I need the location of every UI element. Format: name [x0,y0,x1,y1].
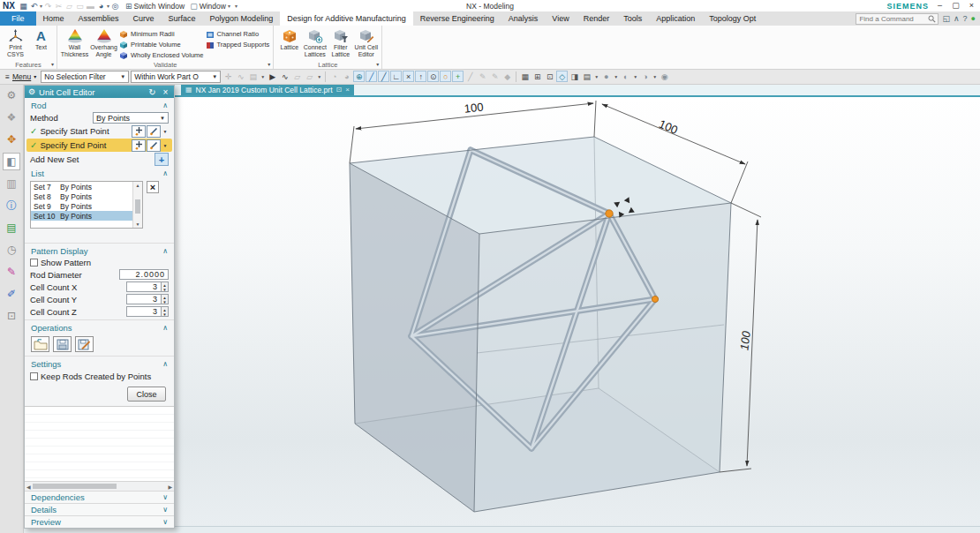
cell-count-z-stepper[interactable]: ▲▼ [162,306,169,317]
repeat-command-icon[interactable]: ◕ [96,2,106,11]
chevron-down-icon[interactable]: ▼ [162,139,169,152]
group-label-features[interactable]: Features▾ [0,60,57,69]
keep-rods-row[interactable]: Keep Rods Created by Points [25,370,174,382]
manage-parts-icon[interactable]: ✐ [3,285,20,303]
window-icon[interactable]: ▦ [519,71,531,82]
cell-count-y-input[interactable]: 3 [126,294,162,304]
orbit-sphere-icon[interactable]: ◔ [328,71,340,82]
tab-application[interactable]: Application [649,11,702,26]
tab-view[interactable]: View [545,11,576,26]
scroll-left-icon[interactable]: ◀ [26,484,31,490]
highlight-ghost-2-icon[interactable]: ▱ [304,71,315,82]
checkbox-icon[interactable] [30,259,38,266]
tab-reverse-engineering[interactable]: Reverse Engineering [413,11,501,26]
cell-count-x-input[interactable]: 3 [126,282,162,292]
preview-bar[interactable]: Preview∨ [25,515,174,528]
web-browser-icon[interactable]: ⓘ [3,197,20,214]
cut-icon[interactable]: ✂ [54,2,64,11]
text-button[interactable]: A Text [29,27,53,51]
view-orient-icon[interactable]: ◐ [620,71,631,82]
history-icon[interactable]: ◷ [3,241,20,259]
wholly-enclosed-volume-button[interactable]: Wholly Enclosed Volume [119,50,204,60]
cell-count-y-stepper[interactable]: ▲▼ [162,294,169,304]
effects-caret-icon[interactable]: ▼ [652,71,658,82]
printable-volume-button[interactable]: Printable Volume [119,40,204,49]
point-dialog-button[interactable] [132,125,146,138]
checkbox-icon[interactable] [30,372,38,380]
find-command-input[interactable] [856,15,928,23]
cell-count-z-input[interactable]: 3 [126,306,162,317]
tab-surface[interactable]: Surface [162,11,203,26]
tab-topology-opt[interactable]: Topology Opt [702,11,763,26]
selection-scope-dropdown[interactable]: Within Work Part O ▼ [131,71,221,83]
group-label-lattice[interactable]: Lattice▾ [274,60,381,69]
section-operations-header[interactable]: Operations∧ [25,322,174,334]
roles-gear-icon[interactable]: ⚙ [3,86,20,104]
reuse-library-icon[interactable]: ▥ [3,175,20,192]
scroll-right-icon[interactable]: ▶ [168,484,172,490]
specify-start-point-row[interactable]: ✓ Specify Start Point ▼ [25,124,174,138]
snap-existing-point-icon[interactable]: ○ [440,71,451,82]
list-item-set7[interactable]: Set 7By Points [31,182,132,191]
minimize-ribbon-icon[interactable]: ∧ [954,14,960,23]
tab-tools[interactable]: Tools [616,11,649,26]
rod-diameter-input[interactable]: 2.0000 [119,269,169,280]
fit-view-icon[interactable]: ◇ [556,71,568,82]
render-caret-icon[interactable]: ▼ [613,71,619,82]
snap-control-point-icon[interactable]: ∟ [390,71,402,82]
snap-point-plus-icon[interactable]: + [452,71,464,82]
method-dropdown[interactable]: By Points▼ [93,112,169,124]
image-capture-icon[interactable]: ⊡ [3,307,20,325]
save-icon[interactable]: ▦ [19,2,28,11]
repeat-command-icon-caret[interactable]: ▾ [107,3,109,9]
filter-lattice-button[interactable]: Filter Lattice [328,27,352,57]
sketch-point-2-icon[interactable]: ✎ [489,71,501,82]
render-style-icon[interactable]: ● [600,71,612,82]
redo-icon[interactable]: ↷ [43,2,53,11]
touch-mode-icon[interactable]: ◎ [110,2,120,11]
list-item-set8[interactable]: Set 8By Points [31,191,132,201]
3d-canvas[interactable]: 100 100 100 [175,97,980,527]
tab-analysis[interactable]: Analysis [501,11,546,26]
connect-lattices-button[interactable]: Connect Lattices [303,27,327,57]
tab-assemblies[interactable]: Assemblies [72,11,126,26]
assembly-navigator-icon[interactable]: ❖ [3,109,20,126]
dialog-reset-icon[interactable]: ↻ [147,87,157,97]
snap-intersection-icon[interactable]: × [403,71,414,82]
import-unit-cell-button[interactable] [31,336,49,352]
point-picker-button[interactable] [147,139,161,152]
rope-select-icon[interactable]: ∿ [279,71,290,82]
layer-settings-icon[interactable]: ▤ [581,71,592,82]
set-list[interactable]: Set 7By Points Set 8By Points Set 9By Po… [30,181,143,229]
tab-home[interactable]: Home [36,11,72,26]
clip-section-icon[interactable]: ◨ [569,71,580,82]
dependencies-bar[interactable]: Dependencies∨ [25,491,174,503]
window-cascade-icon[interactable]: ⊡ [544,71,555,82]
snap-arc-center-icon[interactable]: ↑ [415,71,426,82]
selection-filter-dropdown[interactable]: No Selection Filter ▼ [41,71,129,83]
undo-icon-caret[interactable]: ▾ [40,3,42,9]
dialog-close-icon[interactable]: × [161,87,170,97]
section-list-header[interactable]: List∧ [25,168,174,179]
lattice-endpoint-handle-2[interactable] [652,296,658,302]
specify-end-point-row[interactable]: ✓ Specify End Point ▼ [26,139,172,152]
tab-file[interactable]: File [0,11,36,26]
selection-filter-folder-icon[interactable]: ▤ [247,71,259,82]
tab-curve[interactable]: Curve [126,11,162,26]
list-item-set10-selected[interactable]: Set 10By Points [31,211,132,221]
trapped-supports-button[interactable]: Trapped Supports [206,40,270,49]
group-label-validate[interactable]: Validate▾ [57,60,273,69]
snap-quadrant-icon[interactable]: ⊙ [427,71,439,82]
tab-polygon-modeling[interactable]: Polygon Modeling [203,11,281,26]
copy-icon[interactable]: ▱ [64,2,74,11]
minimum-radii-button[interactable]: Minimum Radii [119,29,204,39]
details-bar[interactable]: Details∨ [25,503,174,515]
touch-select-icon[interactable]: ✛ [222,71,234,82]
unit-cube[interactable] [350,137,731,512]
orient-caret-icon[interactable]: ▼ [632,71,638,82]
datum-arrow-icon[interactable]: ◆ [501,71,513,82]
help-icon[interactable]: ? [963,14,968,23]
empty-detail-list[interactable] [25,406,174,481]
save-unit-cell-button[interactable] [53,336,72,352]
pan-sphere-icon[interactable]: ◕ [341,71,352,82]
